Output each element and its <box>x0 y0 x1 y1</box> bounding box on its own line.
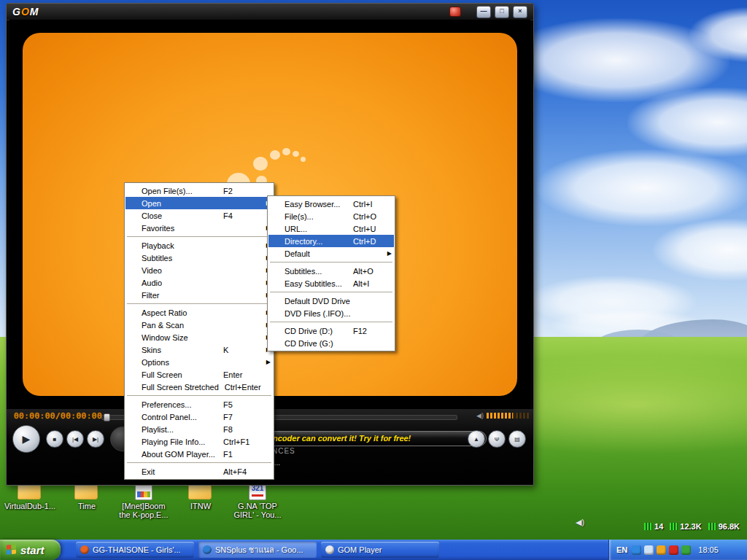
submenu-item[interactable]: DVD Files (.IFO)... <box>268 307 394 319</box>
menu-item[interactable]: Exit Alt+F4 <box>125 465 273 478</box>
menu-item-shortcut: Enter <box>217 370 266 379</box>
tray-icon[interactable] <box>644 545 654 555</box>
gom-logo: GOM <box>12 6 39 18</box>
submenu-item-shortcut: Alt+I <box>347 279 387 288</box>
playlist-icon: ▤ <box>514 436 520 443</box>
submenu-item-shortcut: Alt+O <box>347 267 387 276</box>
submenu-item[interactable]: Subtitles... Alt+O <box>268 265 394 277</box>
menu-item-shortcut: F5 <box>217 400 266 409</box>
menu-item[interactable]: Open File(s)... F2 <box>125 184 273 197</box>
submenu-item-label: Easy Subtitles... <box>285 279 342 288</box>
menu-item[interactable]: Skins K ▶ <box>125 343 273 356</box>
desktop-icon-label: ITNW <box>172 502 229 510</box>
eject-button[interactable]: ▲ <box>468 430 485 448</box>
menu-item[interactable]: Playlist... F8 <box>125 423 273 435</box>
submenu-item-shortcut: Ctrl+O <box>347 212 387 221</box>
task-app-icon <box>203 545 212 554</box>
task-button[interactable]: SNSplus ชาแนล - Goo... <box>198 542 317 558</box>
seek-knob[interactable] <box>104 413 110 421</box>
cloud <box>653 219 747 281</box>
maximize-button[interactable]: □ <box>495 6 509 18</box>
time-display: 00:00:00/00:00:00 <box>14 411 102 421</box>
menu-item[interactable]: Options ▶ <box>125 356 273 368</box>
menu-item[interactable]: Audio ▶ <box>125 276 273 289</box>
menu-item[interactable]: Pan & Scan ▶ <box>125 319 273 331</box>
menu-separator <box>127 395 271 396</box>
volume-speaker-icon: ◀) <box>576 518 584 527</box>
language-indicator[interactable]: EN <box>616 545 627 554</box>
submenu-item[interactable]: Easy Subtitles... Alt+I <box>268 277 394 289</box>
submenu-item[interactable]: CD Drive (G:) <box>268 337 394 349</box>
task-button[interactable]: GOM Player <box>321 542 439 558</box>
submenu-item-label: URL... <box>285 225 307 233</box>
play-icon: ▶ <box>23 433 31 445</box>
menu-separator <box>127 303 271 304</box>
submenu-item[interactable]: Directory... Ctrl+D <box>268 235 394 247</box>
menu-item[interactable]: Favorites ▶ <box>125 222 273 234</box>
menu-item[interactable]: About GOM Player... F1 <box>125 448 273 460</box>
submenu-item[interactable]: Default ▶ <box>268 247 394 260</box>
menu-item[interactable]: Aspect Ratio ▶ <box>125 306 273 319</box>
menu-item[interactable]: Open ▶ <box>125 197 273 209</box>
close-button[interactable]: × <box>513 6 527 18</box>
menu-item[interactable]: Full Screen Stretched Ctrl+Enter <box>125 381 273 393</box>
tray-icon[interactable] <box>657 545 666 555</box>
menu-item-shortcut: K <box>217 346 266 354</box>
submenu-item[interactable]: File(s)... Ctrl+O <box>268 210 394 222</box>
task-app-icon <box>325 545 334 554</box>
playlist-button[interactable]: ▤ <box>508 430 526 448</box>
submenu-item[interactable]: CD Drive (D:) F12 <box>268 324 394 337</box>
equalizer-button[interactable]: Ψ <box>488 430 506 448</box>
menu-item-label: Close <box>142 211 162 220</box>
traffic-bars-icon <box>708 523 716 530</box>
menu-item[interactable]: Preferences... F5 <box>125 398 273 411</box>
previous-icon: |◀ <box>72 436 78 443</box>
minimize-button[interactable]: — <box>476 6 491 18</box>
cloud <box>536 149 747 226</box>
menu-item[interactable]: Filter ▶ <box>125 289 273 301</box>
volume-slider[interactable] <box>487 413 529 419</box>
menu-item[interactable]: Full Screen Enter <box>125 368 273 381</box>
menu-item[interactable]: Control Panel... F7 <box>125 411 273 423</box>
submenu-item-label: CD Drive (G:) <box>285 339 333 348</box>
submenu-item-label: Default DVD Drive <box>285 297 350 306</box>
menu-item[interactable]: Playback ▶ <box>125 239 273 252</box>
stop-button[interactable]: ■ <box>46 430 63 448</box>
tray-icon[interactable] <box>632 545 641 555</box>
menu-separator <box>270 292 392 292</box>
next-button[interactable]: ▶| <box>87 430 104 448</box>
ad-banner[interactable]: ncoder can convert it! Try it for free! <box>247 431 487 446</box>
menu-item-label: Video <box>142 266 162 275</box>
task-label: GOM Player <box>338 545 382 554</box>
skin-mode-button[interactable] <box>449 7 461 17</box>
start-button[interactable]: start <box>0 540 61 560</box>
submenu-item-label: CD Drive (D:) <box>285 327 333 335</box>
task-button[interactable]: GG-THAISONE - Girls'... <box>76 542 194 558</box>
menu-item-label: Open <box>142 199 161 208</box>
menu-separator <box>127 236 271 237</box>
menu-item[interactable]: Playing File Info... Ctrl+F1 <box>125 435 273 448</box>
cloud <box>627 88 747 157</box>
desktop-icon-label: Time <box>58 502 115 510</box>
titlebar[interactable]: GOM — □ × <box>7 4 533 20</box>
menu-item[interactable]: Window Size ▶ <box>125 331 273 343</box>
tray-icon[interactable] <box>669 545 678 555</box>
menu-item-label: Skins <box>142 346 161 354</box>
menu-item-label: Playback <box>142 241 174 250</box>
menu-item[interactable]: Video ▶ <box>125 264 273 276</box>
submenu-item[interactable]: Default DVD Drive <box>268 295 394 307</box>
desktop-icon-label: [Mnet]Boomthe K-pop.E... <box>115 502 172 519</box>
play-button[interactable]: ▶ <box>12 425 40 453</box>
menu-item-shortcut: F8 <box>217 425 266 434</box>
tray-icon[interactable] <box>681 545 691 555</box>
menu-separator <box>270 322 392 322</box>
netmon-value: 12.3K <box>670 522 701 531</box>
submenu-item[interactable]: URL... Ctrl+U <box>268 222 394 235</box>
netmon-value: 96.8K <box>708 522 740 531</box>
submenu-item-label: File(s)... <box>285 212 314 221</box>
previous-button[interactable]: |◀ <box>66 430 84 448</box>
menu-item[interactable]: Close F4 <box>125 209 273 222</box>
menu-item[interactable]: Subtitles ▶ <box>125 252 273 264</box>
task-label: GG-THAISONE - Girls'... <box>93 545 181 554</box>
submenu-item[interactable]: Easy Browser... Ctrl+I <box>268 198 394 210</box>
